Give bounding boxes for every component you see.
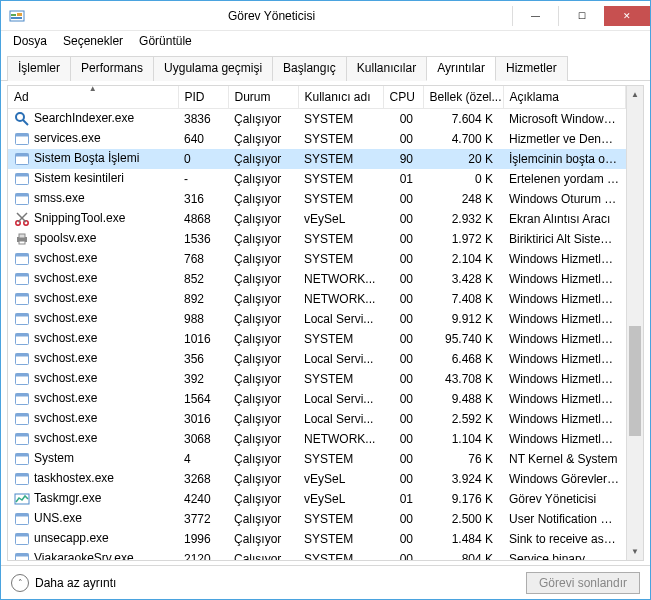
svg-rect-34: [16, 373, 29, 376]
cell-mem: 2.592 K: [423, 409, 503, 429]
tab-details[interactable]: Ayrıntılar: [426, 56, 496, 81]
table-row[interactable]: UNS.exe3772ÇalışıyorSYSTEM002.500 KUser …: [8, 509, 626, 529]
end-task-button[interactable]: Görevi sonlandır: [526, 572, 640, 594]
table-row[interactable]: svchost.exe892ÇalışıyorNETWORK...007.408…: [8, 289, 626, 309]
menu-file[interactable]: Dosya: [5, 32, 55, 50]
cell-pid: 3836: [178, 109, 228, 129]
cell-desc: Windows Hizmetleri...: [503, 389, 626, 409]
close-button[interactable]: ✕: [604, 6, 650, 26]
cell-status: Çalışıyor: [228, 289, 298, 309]
cell-mem: 1.104 K: [423, 429, 503, 449]
fewer-details-toggle[interactable]: ˄ Daha az ayrıntı: [11, 574, 526, 592]
scroll-thumb[interactable]: [629, 326, 641, 436]
table-row[interactable]: System4ÇalışıyorSYSTEM0076 KNT Kernel & …: [8, 449, 626, 469]
process-name: svchost.exe: [34, 351, 97, 365]
cell-pid: 1536: [178, 229, 228, 249]
table-row[interactable]: services.exe640ÇalışıyorSYSTEM004.700 KH…: [8, 129, 626, 149]
tab-app-history[interactable]: Uygulama geçmişi: [153, 56, 273, 81]
cell-mem: 7.408 K: [423, 289, 503, 309]
minimize-button[interactable]: —: [512, 6, 558, 26]
col-header-name[interactable]: ▲ Ad: [8, 86, 178, 109]
svg-rect-30: [16, 333, 29, 336]
table-row[interactable]: unsecapp.exe1996ÇalışıyorSYSTEM001.484 K…: [8, 529, 626, 549]
tab-services[interactable]: Hizmetler: [495, 56, 568, 81]
cell-name: Taskmgr.exe: [8, 489, 178, 509]
menubar: Dosya Seçenekler Görüntüle: [1, 31, 650, 51]
table-row[interactable]: Sistem Boşta İşlemi0ÇalışıyorSYSTEM9020 …: [8, 149, 626, 169]
cell-user: NETWORK...: [298, 269, 383, 289]
process-name: SearchIndexer.exe: [34, 111, 134, 125]
details-table-scroll[interactable]: ▲ Ad PID Durum Kullanıcı adı CPU Bellek …: [8, 86, 626, 560]
cell-user: SYSTEM: [298, 129, 383, 149]
table-row[interactable]: spoolsv.exe1536ÇalışıyorSYSTEM001.972 KB…: [8, 229, 626, 249]
details-table-wrap: ▲ Ad PID Durum Kullanıcı adı CPU Bellek …: [7, 85, 644, 561]
table-row[interactable]: SearchIndexer.exe3836ÇalışıyorSYSTEM007.…: [8, 109, 626, 129]
table-row[interactable]: smss.exe316ÇalışıyorSYSTEM00248 KWindows…: [8, 189, 626, 209]
table-row[interactable]: Sistem kesintileri-ÇalışıyorSYSTEM010 KE…: [8, 169, 626, 189]
cell-pid: 3068: [178, 429, 228, 449]
col-header-status[interactable]: Durum: [228, 86, 298, 109]
col-header-pid[interactable]: PID: [178, 86, 228, 109]
col-header-mem[interactable]: Bellek (özel...: [423, 86, 503, 109]
cell-user: vEySeL: [298, 489, 383, 509]
table-row[interactable]: svchost.exe852ÇalışıyorNETWORK...003.428…: [8, 269, 626, 289]
cell-name: svchost.exe: [8, 309, 178, 329]
table-row[interactable]: svchost.exe3068ÇalışıyorNETWORK...001.10…: [8, 429, 626, 449]
cell-name: Sistem Boşta İşlemi: [8, 149, 178, 169]
process-icon: [14, 371, 30, 387]
cell-cpu: 01: [383, 169, 423, 189]
cell-status: Çalışıyor: [228, 409, 298, 429]
process-name: svchost.exe: [34, 251, 97, 265]
tab-bar: İşlemler Performans Uygulama geçmişi Baş…: [1, 51, 650, 81]
cell-status: Çalışıyor: [228, 369, 298, 389]
svg-point-4: [16, 113, 24, 121]
cell-mem: 3.428 K: [423, 269, 503, 289]
process-icon: [14, 331, 30, 347]
cell-mem: 95.740 K: [423, 329, 503, 349]
cell-desc: Windows Hizmetleri...: [503, 309, 626, 329]
col-header-cpu[interactable]: CPU: [383, 86, 423, 109]
process-icon: [14, 171, 30, 187]
tab-startup[interactable]: Başlangıç: [272, 56, 347, 81]
table-row[interactable]: Taskmgr.exe4240ÇalışıyorvEySeL019.176 KG…: [8, 489, 626, 509]
table-row[interactable]: svchost.exe988ÇalışıyorLocal Servi...009…: [8, 309, 626, 329]
process-name: svchost.exe: [34, 411, 97, 425]
table-row[interactable]: svchost.exe1016ÇalışıyorSYSTEM0095.740 K…: [8, 329, 626, 349]
table-row[interactable]: SnippingTool.exe4868ÇalışıyorvEySeL002.9…: [8, 209, 626, 229]
tab-users[interactable]: Kullanıcılar: [346, 56, 427, 81]
table-row[interactable]: svchost.exe392ÇalışıyorSYSTEM0043.708 KW…: [8, 369, 626, 389]
cell-mem: 804 K: [423, 549, 503, 561]
cell-name: svchost.exe: [8, 369, 178, 389]
cell-name: svchost.exe: [8, 329, 178, 349]
table-row[interactable]: svchost.exe356ÇalışıyorLocal Servi...006…: [8, 349, 626, 369]
menu-options[interactable]: Seçenekler: [55, 32, 131, 50]
svg-rect-40: [16, 433, 29, 436]
cell-user: SYSTEM: [298, 329, 383, 349]
table-row[interactable]: taskhostex.exe3268ÇalışıyorvEySeL003.924…: [8, 469, 626, 489]
table-row[interactable]: ViakaraokeSrv.exe2120ÇalışıyorSYSTEM0080…: [8, 549, 626, 561]
cell-user: NETWORK...: [298, 429, 383, 449]
table-row[interactable]: svchost.exe768ÇalışıyorSYSTEM002.104 KWi…: [8, 249, 626, 269]
col-header-desc[interactable]: Açıklama: [503, 86, 626, 109]
process-name: System: [34, 451, 74, 465]
scroll-down-arrow[interactable]: ▼: [627, 543, 643, 560]
process-name: unsecapp.exe: [34, 531, 109, 545]
svg-rect-44: [16, 473, 29, 476]
cell-pid: 892: [178, 289, 228, 309]
vertical-scrollbar[interactable]: ▲ ▼: [626, 86, 643, 560]
table-row[interactable]: svchost.exe1564ÇalışıyorLocal Servi...00…: [8, 389, 626, 409]
col-header-user[interactable]: Kullanıcı adı: [298, 86, 383, 109]
table-row[interactable]: svchost.exe3016ÇalışıyorLocal Servi...00…: [8, 409, 626, 429]
menu-view[interactable]: Görüntüle: [131, 32, 200, 50]
fewer-details-label: Daha az ayrıntı: [35, 576, 116, 590]
cell-name: System: [8, 449, 178, 469]
scroll-up-arrow[interactable]: ▲: [627, 86, 643, 103]
maximize-button[interactable]: ☐: [558, 6, 604, 26]
tab-performance[interactable]: Performans: [70, 56, 154, 81]
cell-status: Çalışıyor: [228, 109, 298, 129]
process-icon: [14, 451, 30, 467]
tab-processes[interactable]: İşlemler: [7, 56, 71, 81]
details-table: ▲ Ad PID Durum Kullanıcı adı CPU Bellek …: [8, 86, 626, 560]
svg-rect-51: [16, 553, 29, 556]
cell-desc: Windows Hizmetleri...: [503, 349, 626, 369]
